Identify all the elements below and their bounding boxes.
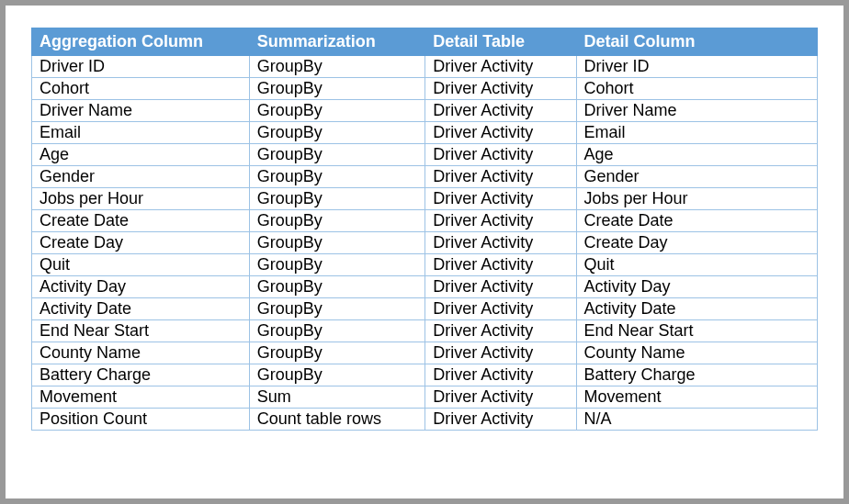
table-row: AgeGroupByDriver ActivityAge xyxy=(32,144,818,166)
cell-aggregation-column: Age xyxy=(32,144,250,166)
cell-aggregation-column: Cohort xyxy=(32,78,250,100)
cell-detail-table: Driver Activity xyxy=(425,78,576,100)
cell-summarization: GroupBy xyxy=(249,210,425,232)
cell-summarization: GroupBy xyxy=(249,144,425,166)
table-header-row: Aggregation Column Summarization Detail … xyxy=(32,28,818,56)
cell-aggregation-column: Movement xyxy=(32,386,250,409)
table-row: Jobs per HourGroupByDriver ActivityJobs … xyxy=(32,188,818,210)
cell-detail-column: Movement xyxy=(576,386,818,409)
cell-detail-column: N/A xyxy=(576,409,818,431)
table-row: Position CountCount table rowsDriver Act… xyxy=(32,409,818,431)
cell-aggregation-column: Activity Day xyxy=(32,276,250,298)
cell-summarization: GroupBy xyxy=(249,254,425,276)
cell-detail-column: Create Day xyxy=(576,232,818,254)
document-page: Aggregation Column Summarization Detail … xyxy=(6,6,843,498)
cell-summarization: GroupBy xyxy=(249,166,425,188)
cell-aggregation-column: Driver Name xyxy=(32,100,250,122)
table-row: Create DateGroupByDriver ActivityCreate … xyxy=(32,210,818,232)
col-header-summarization: Summarization xyxy=(249,28,425,56)
table-row: Driver IDGroupByDriver ActivityDriver ID xyxy=(32,56,818,78)
cell-aggregation-column: End Near Start xyxy=(32,320,250,342)
cell-detail-column: Activity Date xyxy=(576,298,818,320)
cell-summarization: GroupBy xyxy=(249,78,425,100)
cell-summarization: Sum xyxy=(249,386,425,409)
cell-detail-column: Battery Charge xyxy=(576,364,818,386)
cell-aggregation-column: Position Count xyxy=(32,409,250,431)
table-row: End Near StartGroupByDriver ActivityEnd … xyxy=(32,320,818,342)
cell-detail-table: Driver Activity xyxy=(425,210,576,232)
cell-detail-column: Gender xyxy=(576,166,818,188)
cell-summarization: Count table rows xyxy=(249,409,425,431)
cell-detail-column: Email xyxy=(576,122,818,144)
cell-aggregation-column: Activity Date xyxy=(32,298,250,320)
table-row: MovementSumDriver ActivityMovement xyxy=(32,386,818,409)
table-body: Driver IDGroupByDriver ActivityDriver ID… xyxy=(32,56,818,431)
table-row: Driver NameGroupByDriver ActivityDriver … xyxy=(32,100,818,122)
cell-detail-table: Driver Activity xyxy=(425,320,576,342)
cell-aggregation-column: Quit xyxy=(32,254,250,276)
cell-aggregation-column: Driver ID xyxy=(32,56,250,78)
cell-detail-table: Driver Activity xyxy=(425,276,576,298)
table-row: Activity DateGroupByDriver ActivityActiv… xyxy=(32,298,818,320)
cell-summarization: GroupBy xyxy=(249,320,425,342)
cell-detail-table: Driver Activity xyxy=(425,298,576,320)
table-row: GenderGroupByDriver ActivityGender xyxy=(32,166,818,188)
cell-summarization: GroupBy xyxy=(249,122,425,144)
cell-summarization: GroupBy xyxy=(249,342,425,364)
cell-detail-column: Age xyxy=(576,144,818,166)
cell-detail-table: Driver Activity xyxy=(425,56,576,78)
cell-summarization: GroupBy xyxy=(249,364,425,386)
cell-aggregation-column: County Name xyxy=(32,342,250,364)
table-row: CohortGroupByDriver ActivityCohort xyxy=(32,78,818,100)
cell-detail-column: Activity Day xyxy=(576,276,818,298)
col-header-detail-table: Detail Table xyxy=(425,28,576,56)
cell-summarization: GroupBy xyxy=(249,232,425,254)
cell-detail-table: Driver Activity xyxy=(425,144,576,166)
cell-detail-column: Cohort xyxy=(576,78,818,100)
col-header-aggregation-column: Aggregation Column xyxy=(32,28,250,56)
cell-summarization: GroupBy xyxy=(249,56,425,78)
table-row: EmailGroupByDriver ActivityEmail xyxy=(32,122,818,144)
cell-detail-column: Driver ID xyxy=(576,56,818,78)
cell-detail-column: Create Date xyxy=(576,210,818,232)
cell-detail-table: Driver Activity xyxy=(425,188,576,210)
cell-detail-table: Driver Activity xyxy=(425,122,576,144)
cell-detail-table: Driver Activity xyxy=(425,386,576,409)
cell-detail-column: End Near Start xyxy=(576,320,818,342)
cell-detail-column: Driver Name xyxy=(576,100,818,122)
table-row: Battery ChargeGroupByDriver ActivityBatt… xyxy=(32,364,818,386)
col-header-detail-column: Detail Column xyxy=(576,28,818,56)
cell-aggregation-column: Create Date xyxy=(32,210,250,232)
cell-summarization: GroupBy xyxy=(249,188,425,210)
cell-aggregation-column: Jobs per Hour xyxy=(32,188,250,210)
cell-detail-table: Driver Activity xyxy=(425,342,576,364)
cell-detail-table: Driver Activity xyxy=(425,254,576,276)
table-row: Create DayGroupByDriver ActivityCreate D… xyxy=(32,232,818,254)
cell-detail-column: County Name xyxy=(576,342,818,364)
aggregation-mapping-table: Aggregation Column Summarization Detail … xyxy=(31,28,818,431)
table-row: County NameGroupByDriver ActivityCounty … xyxy=(32,342,818,364)
cell-detail-table: Driver Activity xyxy=(425,100,576,122)
cell-aggregation-column: Battery Charge xyxy=(32,364,250,386)
table-row: QuitGroupByDriver ActivityQuit xyxy=(32,254,818,276)
cell-detail-column: Quit xyxy=(576,254,818,276)
cell-aggregation-column: Email xyxy=(32,122,250,144)
table-row: Activity DayGroupByDriver ActivityActivi… xyxy=(32,276,818,298)
cell-detail-table: Driver Activity xyxy=(425,364,576,386)
cell-aggregation-column: Gender xyxy=(32,166,250,188)
cell-detail-column: Jobs per Hour xyxy=(576,188,818,210)
cell-detail-table: Driver Activity xyxy=(425,232,576,254)
cell-detail-table: Driver Activity xyxy=(425,409,576,431)
cell-summarization: GroupBy xyxy=(249,100,425,122)
cell-aggregation-column: Create Day xyxy=(32,232,250,254)
cell-summarization: GroupBy xyxy=(249,276,425,298)
cell-detail-table: Driver Activity xyxy=(425,166,576,188)
cell-summarization: GroupBy xyxy=(249,298,425,320)
